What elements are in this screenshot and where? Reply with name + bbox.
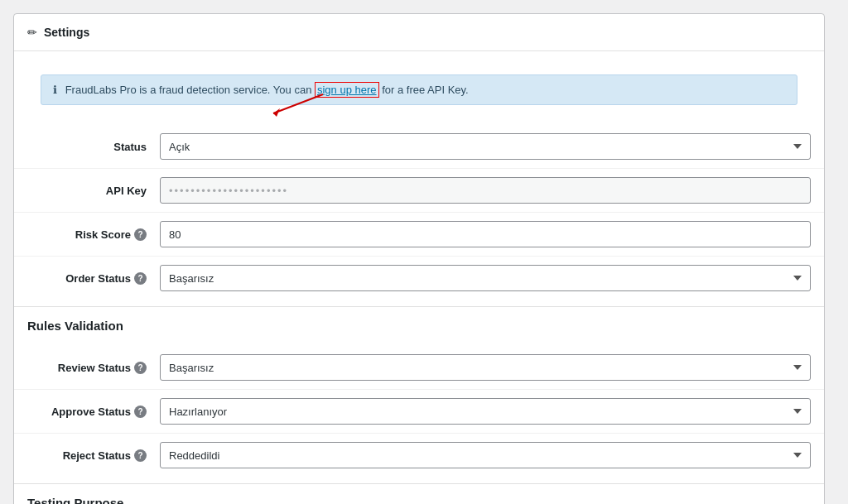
order-status-label: Order Status ?: [27, 272, 160, 285]
api-key-control: [160, 177, 811, 204]
api-key-label: API Key: [27, 185, 160, 197]
reject-status-control: Reddedildi Başarısız Beklemede: [160, 442, 811, 468]
risk-score-label: Risk Score ?: [27, 228, 160, 241]
risk-score-row: Risk Score ?: [14, 213, 824, 257]
approve-status-label: Approve Status ?: [27, 406, 160, 418]
info-banner: ℹ FraudLabs Pro is a fraud detection ser…: [41, 74, 797, 105]
review-status-select[interactable]: Başarısız Başarılı Beklemede: [160, 354, 811, 381]
info-icon: ℹ: [53, 84, 57, 96]
review-status-control: Başarısız Başarılı Beklemede: [160, 354, 811, 381]
api-key-row: API Key: [14, 169, 824, 213]
status-label: Status: [27, 141, 160, 153]
review-status-help-icon[interactable]: ?: [134, 362, 147, 374]
panel-header: ✏ Settings: [14, 14, 824, 51]
reject-status-label: Reject Status ?: [27, 449, 160, 462]
reject-status-row: Reject Status ? Reddedildi Başarısız Bek…: [14, 434, 824, 477]
panel-title: Settings: [44, 26, 89, 39]
status-control: Açık Kapalı: [160, 133, 811, 160]
main-form: Status Açık Kapalı API Key Risk Score ?: [14, 118, 824, 306]
order-status-select[interactable]: Başarısız Başarılı Beklemede: [160, 265, 811, 291]
order-status-control: Başarısız Başarılı Beklemede: [160, 265, 811, 291]
svg-line-0: [273, 94, 323, 113]
review-status-label: Review Status ?: [27, 362, 160, 374]
approve-status-select[interactable]: Hazırlanıyor Başarılı Beklemede: [160, 398, 811, 425]
approve-status-row: Approve Status ? Hazırlanıyor Başarılı B…: [14, 390, 824, 434]
testing-section-title: Testing Purpose: [14, 483, 824, 504]
reject-status-help-icon[interactable]: ?: [134, 449, 147, 462]
rules-validation-section-title: Rules Validation: [14, 306, 824, 339]
arrow-annotation: [265, 90, 331, 119]
banner-text-after: for a free API Key.: [382, 84, 469, 96]
order-status-help-icon[interactable]: ?: [134, 272, 147, 285]
status-row: Status Açık Kapalı: [14, 125, 824, 169]
approve-status-control: Hazırlanıyor Başarılı Beklemede: [160, 398, 811, 425]
risk-score-help-icon[interactable]: ?: [134, 228, 147, 241]
risk-score-input[interactable]: [160, 221, 811, 247]
rules-validation-form: Review Status ? Başarısız Başarılı Bekle…: [14, 339, 824, 483]
api-key-input[interactable]: [160, 177, 811, 204]
risk-score-control: [160, 221, 811, 247]
approve-status-help-icon[interactable]: ?: [134, 406, 147, 418]
edit-icon: ✏: [27, 26, 37, 39]
settings-panel: ✏ Settings ℹ FraudLabs Pro is a fraud de…: [13, 13, 825, 504]
review-status-row: Review Status ? Başarısız Başarılı Bekle…: [14, 346, 824, 390]
order-status-row: Order Status ? Başarısız Başarılı Beklem…: [14, 257, 824, 300]
reject-status-select[interactable]: Reddedildi Başarısız Beklemede: [160, 442, 811, 468]
status-select[interactable]: Açık Kapalı: [160, 133, 811, 160]
